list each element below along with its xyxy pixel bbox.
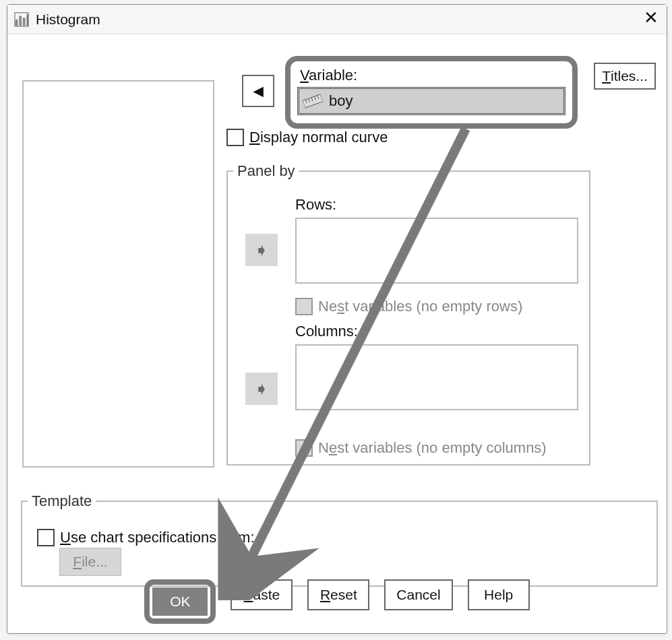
button-row: OK Paste Reset Cancel Help	[7, 579, 667, 624]
use-template-checkbox[interactable]	[37, 529, 55, 546]
titlebar: Histogram ✕	[7, 5, 667, 34]
move-to-columns-button[interactable]: ➧	[245, 373, 278, 405]
variable-highlight: Variable: boy	[285, 56, 578, 129]
variable-value: boy	[329, 92, 353, 110]
nest-cols-row: Nest variables (no empty columns)	[295, 439, 547, 457]
window-title: Histogram	[36, 11, 100, 28]
nest-cols-checkbox	[295, 439, 313, 457]
histogram-dialog: Histogram ✕ ◄ Variable: boy Titles...	[7, 4, 667, 634]
panel-rows-list[interactable]	[295, 218, 578, 284]
panel-columns-list[interactable]	[295, 344, 578, 410]
chart-app-icon	[14, 12, 29, 27]
nest-rows-row: Nest variables (no empty rows)	[295, 298, 522, 315]
ok-highlight: OK	[144, 579, 216, 624]
nest-rows-checkbox	[295, 298, 313, 315]
use-template-label: Use chart specifications from:	[60, 529, 255, 546]
svg-rect-2	[23, 18, 26, 26]
source-variable-list[interactable]	[22, 80, 214, 468]
display-normal-checkbox[interactable]	[226, 129, 244, 146]
display-normal-row: Display normal curve	[226, 129, 388, 146]
ruler-icon	[302, 92, 324, 110]
cancel-button[interactable]: Cancel	[384, 579, 452, 610]
move-to-variable-button[interactable]: ◄	[242, 75, 274, 107]
svg-rect-1	[19, 15, 22, 26]
template-legend: Template	[28, 492, 96, 510]
dialog-body: ◄ Variable: boy Titles... Display	[7, 34, 667, 633]
nest-cols-label: Nest variables (no empty columns)	[318, 439, 547, 457]
help-button[interactable]: Help	[468, 579, 530, 610]
nest-rows-label: Nest variables (no empty rows)	[318, 298, 522, 315]
reset-button[interactable]: Reset	[307, 579, 369, 610]
ok-button[interactable]: OK	[152, 587, 208, 616]
paste-button[interactable]: Paste	[231, 579, 293, 610]
titles-button[interactable]: Titles...	[594, 63, 656, 90]
use-template-row: Use chart specifications from:	[37, 529, 255, 546]
svg-rect-0	[16, 20, 18, 26]
display-normal-label: Display normal curve	[249, 129, 388, 146]
template-file-button: File...	[59, 548, 121, 576]
variable-field[interactable]: boy	[297, 87, 566, 115]
template-group: Template Use chart specifications from: …	[21, 492, 658, 587]
rows-label: Rows:	[295, 196, 589, 214]
arrow-right-icon: ➧	[254, 379, 269, 399]
columns-label: Columns:	[295, 323, 589, 340]
panel-by-legend: Panel by	[233, 162, 299, 180]
panel-by-group: Panel by Rows: ➧ Nest variables (no empt…	[226, 162, 590, 466]
move-to-rows-button[interactable]: ➧	[245, 234, 278, 266]
arrow-left-icon: ◄	[249, 81, 267, 102]
arrow-right-icon: ➧	[254, 240, 269, 261]
variable-label: Variable:	[300, 67, 566, 84]
close-icon[interactable]: ✕	[644, 7, 659, 28]
